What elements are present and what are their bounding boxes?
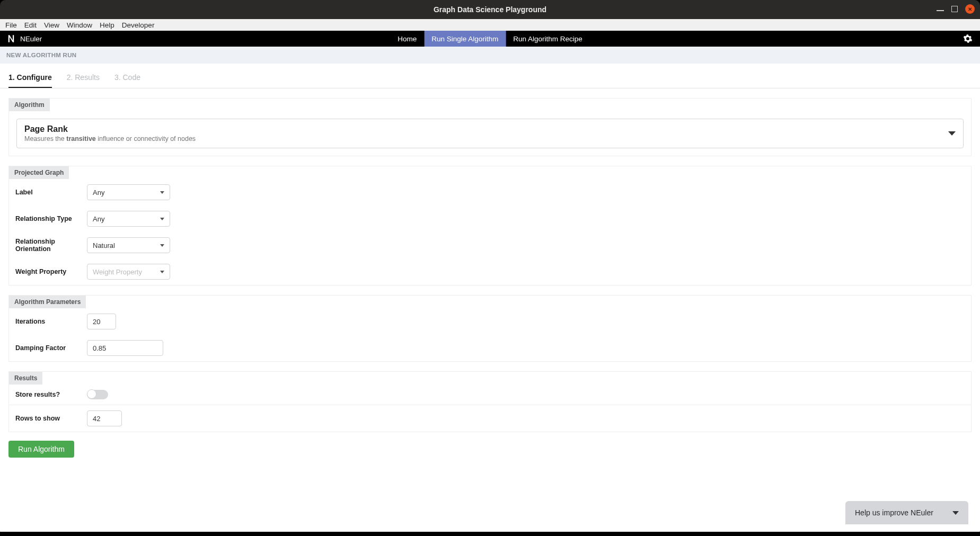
rows-to-show-input[interactable] xyxy=(87,410,122,426)
maximize-icon[interactable] xyxy=(951,6,958,12)
tab-results[interactable]: 2. Results xyxy=(67,73,100,88)
iterations-input[interactable] xyxy=(87,314,116,329)
caret-down-icon xyxy=(160,244,164,247)
tab-configure[interactable]: 1. Configure xyxy=(8,73,52,88)
close-icon[interactable] xyxy=(965,4,975,14)
caret-down-icon xyxy=(160,218,164,220)
section-results-header: Results xyxy=(9,372,42,385)
weight-property-placeholder: Weight Property xyxy=(93,268,142,276)
weight-property-dropdown[interactable]: Weight Property xyxy=(87,264,170,280)
relationship-orientation-value: Natural xyxy=(93,242,115,249)
run-algorithm-button[interactable]: Run Algorithm xyxy=(8,441,74,458)
section-algorithm-header: Algorithm xyxy=(9,99,50,111)
menu-view[interactable]: View xyxy=(44,21,59,29)
relationship-type-value: Any xyxy=(93,215,104,223)
weight-property-label: Weight Property xyxy=(15,268,87,275)
algorithm-description: Measures the transitive influence or con… xyxy=(24,135,196,142)
section-projected-graph: Projected Graph Label Any Relationship T… xyxy=(8,166,972,285)
neuler-logo-icon xyxy=(6,34,16,43)
app-brand-label: NEuler xyxy=(20,35,42,43)
algorithm-selector[interactable]: Page Rank Measures the transitive influe… xyxy=(16,119,964,148)
caret-down-icon xyxy=(160,191,164,194)
window-controls xyxy=(937,4,975,14)
gear-icon xyxy=(963,34,973,43)
section-projected-graph-header: Projected Graph xyxy=(9,166,69,179)
nav-run-algorithm-recipe[interactable]: Run Algorithm Recipe xyxy=(506,31,590,47)
app-nav-center: Home Run Single Algorithm Run Algorithm … xyxy=(390,31,590,47)
label-dropdown-value: Any xyxy=(93,189,104,196)
window-titlebar: Graph Data Science Playground xyxy=(0,0,980,19)
menubar: File Edit View Window Help Developer xyxy=(0,19,980,31)
step-tabs: 1. Configure 2. Results 3. Code xyxy=(0,64,980,88)
section-algorithm-parameters: Algorithm Parameters Iterations Damping … xyxy=(8,295,972,362)
window-title: Graph Data Science Playground xyxy=(434,5,546,14)
relationship-orientation-label: Relationship Orientation xyxy=(15,238,87,253)
caret-down-icon xyxy=(160,271,164,273)
label-label: Label xyxy=(15,189,87,196)
store-results-toggle[interactable] xyxy=(87,390,108,399)
app-navbar: NEuler Home Run Single Algorithm Run Alg… xyxy=(0,31,980,47)
relationship-orientation-dropdown[interactable]: Natural xyxy=(87,237,170,253)
nav-run-single-algorithm[interactable]: Run Single Algorithm xyxy=(424,31,506,47)
chevron-down-icon xyxy=(952,511,959,515)
menu-edit[interactable]: Edit xyxy=(24,21,37,29)
iterations-label: Iterations xyxy=(15,318,87,325)
feedback-label: Help us improve NEuler xyxy=(855,508,933,517)
menu-file[interactable]: File xyxy=(5,21,17,29)
settings-button[interactable] xyxy=(963,34,973,45)
toggle-knob xyxy=(87,389,96,399)
algorithm-name: Page Rank xyxy=(24,124,196,134)
relationship-type-label: Relationship Type xyxy=(15,215,87,222)
rows-to-show-label: Rows to show xyxy=(15,415,87,422)
section-algorithm: Algorithm Page Rank Measures the transit… xyxy=(8,98,972,156)
minimize-icon[interactable] xyxy=(937,10,944,11)
damping-factor-label: Damping Factor xyxy=(15,344,87,352)
chevron-down-icon xyxy=(948,131,956,136)
app-brand[interactable]: NEuler xyxy=(0,34,42,43)
damping-factor-input[interactable] xyxy=(87,340,163,356)
section-algorithm-parameters-header: Algorithm Parameters xyxy=(9,296,86,308)
nav-home[interactable]: Home xyxy=(390,31,424,47)
relationship-type-dropdown[interactable]: Any xyxy=(87,211,170,227)
menu-developer[interactable]: Developer xyxy=(122,21,155,29)
label-dropdown[interactable]: Any xyxy=(87,184,170,200)
store-results-label: Store results? xyxy=(15,391,87,398)
section-results: Results Store results? Rows to show xyxy=(8,371,972,432)
tab-code[interactable]: 3. Code xyxy=(114,73,140,88)
menu-window[interactable]: Window xyxy=(67,21,92,29)
feedback-tray[interactable]: Help us improve NEuler xyxy=(845,501,968,524)
content-area: NEW ALGORITHM RUN 1. Configure 2. Result… xyxy=(0,47,980,532)
new-run-banner: NEW ALGORITHM RUN xyxy=(0,47,980,64)
menu-help[interactable]: Help xyxy=(100,21,114,29)
